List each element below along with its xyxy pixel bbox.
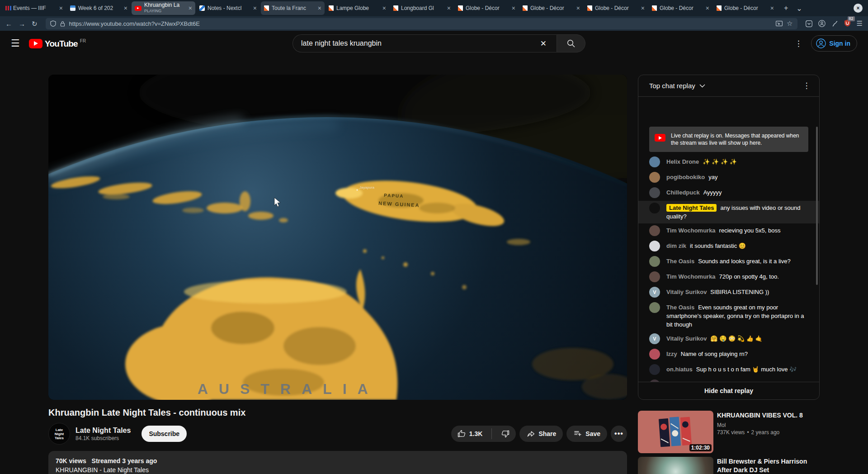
video-thumbnail[interactable] (638, 457, 713, 474)
search-button[interactable] (557, 34, 585, 52)
like-button[interactable]: 1.3K (451, 426, 489, 442)
channel-avatar[interactable]: Late Night Tales (48, 423, 70, 445)
thumb-up-icon (457, 429, 466, 438)
chat-scrollbar[interactable] (816, 127, 818, 285)
shield-icon[interactable] (50, 20, 56, 27)
video-thumbnail[interactable]: 1:02:30 (638, 411, 713, 453)
browser-tab-toute-la-france[interactable]: Toute la Franc × (261, 1, 325, 15)
url-bar[interactable]: https://www.youtube.com/watch?v=ZNwxPXBd… (46, 18, 797, 29)
avatar[interactable] (649, 364, 660, 375)
ublock-icon[interactable]: 82 (844, 19, 851, 28)
tab-close-icon[interactable]: × (59, 5, 63, 11)
browser-tab-longboard[interactable]: Longboard Gl × (390, 1, 454, 15)
search-input[interactable] (301, 39, 537, 47)
browser-tab-globe-1[interactable]: Globe - Décor × (455, 1, 519, 15)
author-name: Vitaliy Surikov (666, 335, 707, 342)
browser-menu-icon[interactable]: ☰ (857, 19, 863, 28)
avatar[interactable] (649, 156, 660, 167)
browser-tab-globe-2[interactable]: Globe - Décor × (519, 1, 583, 15)
tab-close-icon[interactable]: × (124, 5, 127, 11)
browser-tab-globe-3[interactable]: Globe - Décor × (584, 1, 648, 15)
hide-chat-button[interactable]: Hide chat replay (638, 382, 819, 399)
youtube-icon (135, 6, 142, 11)
guide-hamburger-icon[interactable]: ☰ (11, 38, 29, 49)
tab-close-icon[interactable]: × (253, 5, 257, 11)
account-icon[interactable] (818, 20, 826, 27)
share-button[interactable]: Share (519, 426, 563, 442)
chat-replay-notice: Live chat replay is on. Messages that ap… (649, 127, 808, 152)
avatar[interactable] (649, 379, 660, 382)
avatar[interactable] (649, 172, 660, 183)
subscribe-button[interactable]: Subscribe (142, 426, 187, 442)
bookmark-star-icon[interactable]: ☆ (787, 19, 793, 28)
description-box[interactable]: 70K views Streamed 3 years ago KHRUANGBI… (48, 451, 627, 474)
chat-kebab-icon[interactable]: ⋮ (797, 81, 816, 90)
dislike-button[interactable] (495, 426, 516, 442)
search-clear-icon[interactable]: ✕ (537, 39, 550, 48)
extension-sidebar-icon[interactable] (831, 20, 838, 27)
avatar[interactable] (649, 187, 660, 198)
avatar[interactable]: V (649, 333, 660, 344)
tab-close-icon[interactable]: × (641, 5, 645, 11)
settings-kebab-icon[interactable]: ⋮ (793, 39, 804, 48)
browser-tab-notes[interactable]: Notes - Nextcl × (196, 1, 260, 15)
browser-tab-lampe-globe[interactable]: Lampe Globe × (326, 1, 389, 15)
browser-tab-youtube-active[interactable]: Khruangbin La PLAYING × (132, 1, 195, 15)
search-field[interactable]: ✕ (292, 34, 557, 52)
recommended-channel[interactable]: Mol (717, 422, 812, 428)
notice-text: Live chat replay is on. Messages that ap… (671, 132, 803, 147)
message-text: yay (708, 174, 717, 180)
channel-name[interactable]: Late Night Tales (75, 427, 131, 435)
tab-playing-label: PLAYING (144, 8, 186, 14)
tab-close-icon[interactable]: × (706, 5, 709, 11)
tab-close-icon[interactable]: × (382, 5, 386, 11)
author-name: The Oasis (666, 304, 694, 311)
window-close-button[interactable]: × (854, 4, 863, 13)
reload-button[interactable]: ↻ (32, 20, 38, 27)
tab-close-icon[interactable]: × (512, 5, 515, 11)
description-line: KHRUANGBIN - Late Night Tales (56, 465, 620, 474)
browser-tab-globe-4[interactable]: Globe - Décor × (649, 1, 712, 15)
recommended-age: 2 years ago (751, 429, 780, 436)
avatar[interactable] (649, 256, 660, 267)
avatar[interactable] (649, 271, 660, 282)
pocket-icon[interactable] (806, 20, 812, 27)
tab-close-icon[interactable]: × (447, 5, 451, 11)
avatar[interactable] (649, 241, 660, 251)
recommended-title[interactable]: Bill Brewster & Piers Harrison After Dar… (717, 457, 812, 474)
avatar[interactable] (649, 203, 660, 213)
sign-in-button[interactable]: Sign in (811, 35, 857, 52)
search-icon (566, 39, 576, 48)
browser-tab-calendar[interactable]: Week 6 of 202 × (67, 1, 131, 15)
video-player[interactable]: Jayapura PAPUA NEW GUINEA AUSTRALIA (48, 75, 627, 400)
recommended-video[interactable]: 1:02:30 KHRUANGBIN VIBES VOL. 8 Mol 737K… (638, 411, 820, 453)
lock-icon[interactable] (60, 21, 65, 27)
recommended-video[interactable]: Bill Brewster & Piers Harrison After Dar… (638, 457, 820, 474)
tab-title: Globe - Décor (595, 5, 638, 11)
browser-tab-globe-5[interactable]: Globe - Décor × (713, 1, 777, 15)
recommended-title[interactable]: KHRUANGBIN VIBES VOL. 8 (717, 411, 812, 420)
avatar[interactable]: V (649, 287, 660, 298)
avatar-text: Late (56, 428, 63, 432)
save-button[interactable]: Save (566, 426, 607, 442)
url-text[interactable]: https://www.youtube.com/watch?v=ZNwxPXBd… (69, 20, 772, 27)
chevron-down-icon[interactable] (699, 84, 705, 88)
tab-close-icon[interactable]: × (318, 5, 321, 11)
list-tabs-chevron-icon[interactable]: ⌄ (796, 4, 802, 13)
more-actions-button[interactable]: ••• (611, 426, 627, 442)
tab-close-icon[interactable]: × (189, 5, 192, 11)
forward-button[interactable]: → (19, 20, 25, 27)
picture-in-picture-icon[interactable] (776, 21, 783, 26)
ublock-badge: 82 (848, 16, 855, 21)
browser-tab-events[interactable]: Events — IIIF × (2, 1, 66, 15)
new-tab-button[interactable]: + (784, 4, 788, 12)
avatar[interactable] (649, 225, 660, 236)
youtube-logo[interactable]: YouTube FR (29, 39, 86, 48)
share-icon (526, 429, 535, 438)
avatar[interactable] (649, 302, 660, 313)
tab-close-icon[interactable]: × (770, 5, 774, 11)
back-button[interactable]: ← (5, 20, 12, 27)
avatar[interactable] (649, 349, 660, 360)
tab-close-icon[interactable]: × (576, 5, 580, 11)
chat-mode-selector[interactable]: Top chat replay (649, 82, 695, 90)
